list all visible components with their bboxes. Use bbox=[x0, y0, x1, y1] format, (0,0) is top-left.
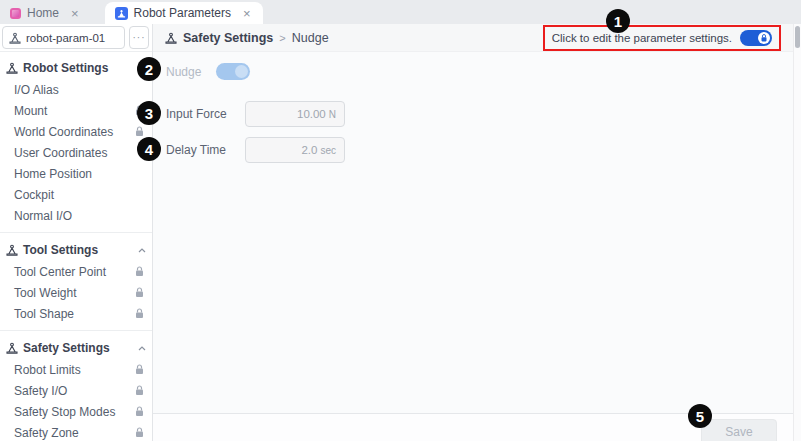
lock-icon bbox=[135, 385, 144, 396]
sidebar-section-robot-settings[interactable]: Robot Settings bbox=[0, 57, 152, 79]
sidebar-item-home-position[interactable]: Home Position bbox=[0, 163, 152, 184]
sidebar-item-normal-io[interactable]: Normal I/O bbox=[0, 205, 152, 226]
lock-icon bbox=[135, 287, 144, 298]
sidebar-nav: Robot Settings I/O Alias Mount World Coo… bbox=[0, 52, 152, 441]
robot-icon bbox=[6, 342, 18, 354]
sidebar-item-robot-limits[interactable]: Robot Limits bbox=[0, 359, 152, 380]
sidebar-section-safety-settings[interactable]: Safety Settings bbox=[0, 337, 152, 359]
section-label: Tool Settings bbox=[23, 243, 98, 257]
sidebar-item-safety-io[interactable]: Safety I/O bbox=[0, 380, 152, 401]
toggle-knob bbox=[235, 65, 248, 78]
robot-app-icon bbox=[115, 7, 128, 20]
delay-time-unit: sec bbox=[320, 145, 336, 156]
scrollbar-thumb[interactable] bbox=[795, 26, 800, 48]
robot-icon bbox=[6, 244, 18, 256]
annotation-badge-2: 2 bbox=[137, 57, 161, 81]
sidebar-item-mount[interactable]: Mount bbox=[0, 100, 152, 121]
sidebar-item-tool-weight[interactable]: Tool Weight bbox=[0, 282, 152, 303]
chevron-up-icon bbox=[138, 346, 146, 351]
nudge-toggle-label: Nudge bbox=[166, 65, 216, 79]
robot-icon bbox=[9, 32, 21, 44]
breadcrumb-bar: Safety Settings > Nudge Click to edit th… bbox=[153, 24, 793, 52]
sidebar-item-safety-stop-modes[interactable]: Safety Stop Modes bbox=[0, 401, 152, 422]
edit-mode-toggle[interactable] bbox=[740, 30, 772, 46]
delay-time-field[interactable]: 2.0 sec bbox=[245, 137, 345, 163]
robot-icon bbox=[165, 32, 177, 44]
sidebar: robot-param-01 ··· Robot Settings I/O Al… bbox=[0, 24, 153, 441]
sidebar-section-tool-settings[interactable]: Tool Settings bbox=[0, 239, 152, 261]
edit-mode-banner-highlight: Click to edit the parameter settings. bbox=[543, 25, 781, 51]
input-force-value: 10.00 bbox=[297, 108, 326, 120]
breadcrumb: Safety Settings > Nudge bbox=[165, 31, 329, 45]
annotation-badge-4: 4 bbox=[137, 137, 161, 161]
tab-robot-parameters-label: Robot Parameters bbox=[134, 6, 231, 20]
sidebar-item-io-alias[interactable]: I/O Alias bbox=[0, 79, 152, 100]
annotation-badge-1: 1 bbox=[606, 9, 630, 33]
breadcrumb-separator: > bbox=[279, 32, 285, 44]
section-divider bbox=[0, 232, 152, 233]
robot-parameters-window: Home × Robot Parameters × robot-param-01… bbox=[0, 0, 801, 441]
tab-bar: Home × Robot Parameters × bbox=[0, 0, 801, 24]
vertical-scrollbar[interactable] bbox=[793, 24, 801, 441]
sidebar-item-tool-center-point[interactable]: Tool Center Point bbox=[0, 261, 152, 282]
input-force-unit: N bbox=[329, 109, 336, 120]
tab-home[interactable]: Home × bbox=[0, 2, 91, 24]
edit-mode-label: Click to edit the parameter settings. bbox=[552, 32, 732, 44]
sidebar-item-tool-shape[interactable]: Tool Shape bbox=[0, 303, 152, 324]
robot-icon bbox=[6, 62, 18, 74]
delay-time-label: Delay Time bbox=[166, 143, 245, 157]
lock-icon bbox=[135, 126, 144, 137]
annotation-badge-5: 5 bbox=[688, 404, 712, 428]
save-button[interactable]: Save bbox=[701, 419, 777, 441]
sidebar-item-safety-zone[interactable]: Safety Zone bbox=[0, 422, 152, 441]
section-divider bbox=[0, 330, 152, 331]
toggle-knob-lock-icon bbox=[758, 32, 770, 44]
section-label: Safety Settings bbox=[23, 341, 110, 355]
device-selector[interactable]: robot-param-01 bbox=[2, 26, 125, 49]
lock-icon bbox=[135, 406, 144, 417]
input-force-field[interactable]: 10.00 N bbox=[245, 101, 345, 127]
home-app-icon bbox=[10, 8, 21, 19]
input-force-label: Input Force bbox=[166, 107, 245, 121]
lock-icon bbox=[135, 308, 144, 319]
nudge-toggle[interactable] bbox=[216, 63, 250, 80]
tab-home-label: Home bbox=[27, 6, 59, 20]
sidebar-item-cockpit[interactable]: Cockpit bbox=[0, 184, 152, 205]
annotation-badge-3: 3 bbox=[137, 101, 161, 125]
lock-icon bbox=[135, 266, 144, 277]
breadcrumb-current-page: Nudge bbox=[292, 31, 329, 45]
device-name: robot-param-01 bbox=[26, 32, 105, 44]
delay-time-value: 2.0 bbox=[301, 144, 317, 156]
tab-home-close-icon[interactable]: × bbox=[69, 7, 81, 20]
nudge-settings-form: Nudge Input Force 10.00 N Delay Time 2.0… bbox=[153, 52, 793, 413]
lock-icon bbox=[135, 364, 144, 375]
lock-icon bbox=[135, 427, 144, 438]
device-menu-button[interactable]: ··· bbox=[129, 26, 149, 49]
sidebar-item-world-coordinates[interactable]: World Coordinates bbox=[0, 121, 152, 142]
main-panel: Safety Settings > Nudge Click to edit th… bbox=[153, 24, 793, 441]
tab-robot-parameters-close-icon[interactable]: × bbox=[241, 7, 253, 20]
chevron-up-icon bbox=[138, 248, 146, 253]
sidebar-item-user-coordinates[interactable]: User Coordinates bbox=[0, 142, 152, 163]
breadcrumb-section[interactable]: Safety Settings bbox=[183, 31, 273, 45]
tab-robot-parameters[interactable]: Robot Parameters × bbox=[105, 2, 263, 24]
section-label: Robot Settings bbox=[23, 61, 108, 75]
